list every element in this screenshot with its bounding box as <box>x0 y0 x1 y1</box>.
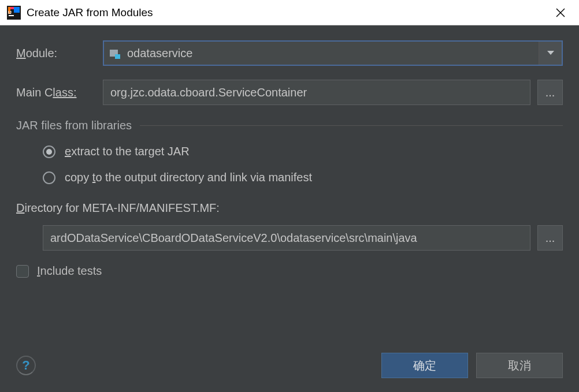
window-title: Create JAR from Modules <box>27 6 549 19</box>
section-title: JAR files from libraries <box>16 119 132 132</box>
divider <box>140 125 563 126</box>
module-icon <box>110 47 121 59</box>
radio-copy[interactable]: copy to the output directory and link vi… <box>43 171 563 184</box>
ok-button[interactable]: 确定 <box>381 353 468 378</box>
directory-label: Directory for META-INF/MANIFEST.MF: <box>16 201 563 215</box>
chevron-down-icon[interactable] <box>539 42 562 65</box>
module-value: odataservice <box>127 47 192 60</box>
main-class-label: Main Class: <box>16 86 103 99</box>
svg-rect-4 <box>9 15 14 16</box>
main-class-browse-button[interactable]: ... <box>537 80 563 105</box>
module-row: Module: odataservice <box>16 40 563 66</box>
directory-input[interactable]: ardODataService\CBoardODataServiceV2.0\o… <box>43 225 530 251</box>
checkbox-icon <box>16 265 29 278</box>
main-class-row: Main Class: ... <box>16 80 563 105</box>
close-button[interactable] <box>549 1 572 24</box>
main-class-input[interactable] <box>103 80 530 105</box>
cancel-button[interactable]: 取消 <box>476 353 563 378</box>
jar-libraries-section: JAR files from libraries extract to the … <box>16 119 563 184</box>
directory-row: ardODataService\CBoardODataServiceV2.0\o… <box>43 225 563 251</box>
dialog-footer: ? 确定 取消 <box>0 345 579 392</box>
svg-text:IJ: IJ <box>8 10 12 14</box>
module-label: Module: <box>16 47 103 60</box>
radio-extract[interactable]: extract to the target JAR <box>43 145 563 158</box>
help-button[interactable]: ? <box>16 356 36 375</box>
radio-icon <box>43 171 55 184</box>
module-select[interactable]: odataservice <box>103 40 563 66</box>
titlebar: IJ Create JAR from Modules <box>0 0 579 25</box>
include-tests-checkbox[interactable]: Include tests <box>16 264 563 278</box>
directory-browse-button[interactable]: ... <box>537 225 563 251</box>
svg-marker-10 <box>547 51 554 55</box>
section-header: JAR files from libraries <box>16 119 563 132</box>
dialog-content: Module: odataservice Main Class: ... <box>0 25 579 289</box>
intellij-icon: IJ <box>7 6 21 20</box>
svg-rect-3 <box>14 7 20 13</box>
radio-icon <box>43 145 55 158</box>
svg-rect-9 <box>115 54 120 59</box>
